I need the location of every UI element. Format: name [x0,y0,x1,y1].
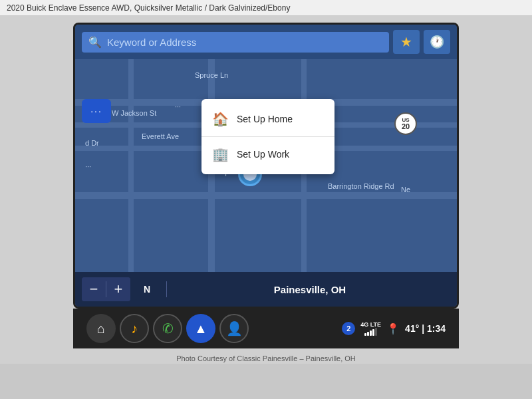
search-icon: 🔍 [88,36,102,49]
signal-bar-2 [367,332,369,336]
star-icon: ★ [400,34,412,50]
top-info-bar: 2020 Buick Enclave Essence AWD, Quicksil… [0,0,532,16]
compass-label: N [144,284,150,295]
route-shield: US 20 [394,112,417,135]
temp-time-display: 41° | 1:34 [405,323,446,334]
signal-bar-5 [375,328,377,336]
street-label-barrington: Barrington Ridge Rd [328,182,394,190]
search-placeholder: Keyword or Address [107,37,196,48]
context-dropdown-menu: 🏠 Set Up Home 🏢 Set Up Work [201,99,334,174]
setup-home-label: Set Up Home [237,114,293,124]
current-location-label: Painesville, OH [170,284,450,295]
street-label-dots2: ··· [175,102,181,110]
street-label-everett: Everett Ave [142,132,179,140]
clock-icon: 🕐 [430,35,444,49]
history-button[interactable]: 🕐 [424,30,450,54]
road-v1 [128,59,134,272]
person-nav-button[interactable]: 👤 [219,314,249,343]
navigation-nav-button[interactable]: ▲ [186,314,215,343]
more-button[interactable]: ··· [82,99,111,123]
setup-work-item[interactable]: 🏢 Set Up Work [201,140,334,169]
street-label-dots1: ··· [85,162,91,170]
channel-badge: 2 [342,322,355,335]
home-dropdown-icon: 🏠 [212,111,229,127]
zoom-in-button[interactable]: + [106,277,130,301]
navigation-screen: 🔍 Keyword or Address ★ 🕐 Spruce Ln W Ja [73,23,459,309]
bottom-navigation-bar: ⌂ ♪ ✆ ▲ 👤 2 4G LTE 📍 41° | 1:34 [73,309,459,348]
zoom-controls: − + [82,277,130,301]
signal-bar-3 [370,331,372,336]
signal-bars [364,328,377,336]
lte-label: 4G LTE [360,321,381,328]
map-area: Spruce Ln W Jackson St Everett Ave Barri… [75,59,457,272]
setup-work-label: Set Up Work [237,149,289,160]
compass-area: N [130,284,164,295]
street-label-d-dr: d Dr [85,139,99,147]
setup-home-item[interactable]: 🏠 Set Up Home [201,104,334,134]
search-input-wrapper[interactable]: 🔍 Keyword or Address [82,32,389,53]
zoom-out-button[interactable]: − [82,277,106,301]
bottom-bar-divider [166,281,167,297]
photo-credit: Photo Courtesy of Classic Painesville – … [0,352,532,364]
favorites-button[interactable]: ★ [393,30,420,54]
gps-icon: 📍 [386,323,400,335]
main-content: 🔍 Keyword or Address ★ 🕐 Spruce Ln W Ja [0,16,532,352]
signal-bar-4 [372,329,374,336]
phone-nav-button[interactable]: ✆ [153,314,182,343]
search-bar-area: 🔍 Keyword or Address ★ 🕐 [75,25,457,59]
music-nav-button[interactable]: ♪ [120,314,149,343]
work-dropdown-icon: 🏢 [212,146,229,162]
nav-bottom-bar: − + N Painesville, OH [75,272,457,307]
signal-bar-1 [364,333,366,336]
photo-credit-text: Photo Courtesy of Classic Painesville – … [176,354,356,362]
lte-signal-area: 4G LTE [360,321,381,336]
street-label-ne: Ne [401,186,410,194]
nav-status-right: 2 4G LTE 📍 41° | 1:34 [342,321,446,336]
vehicle-title: 2020 Buick Enclave Essence AWD, Quicksil… [7,3,290,13]
home-nav-button[interactable]: ⌂ [86,314,116,343]
route-shield-number: 20 [402,123,410,130]
more-dots-icon: ··· [90,106,102,116]
nav-icons-left: ⌂ ♪ ✆ ▲ 👤 [86,314,249,343]
street-label-spruce: Spruce Ln [195,71,228,79]
dropdown-divider [201,136,334,137]
street-label-jackson: W Jackson St [112,109,156,117]
